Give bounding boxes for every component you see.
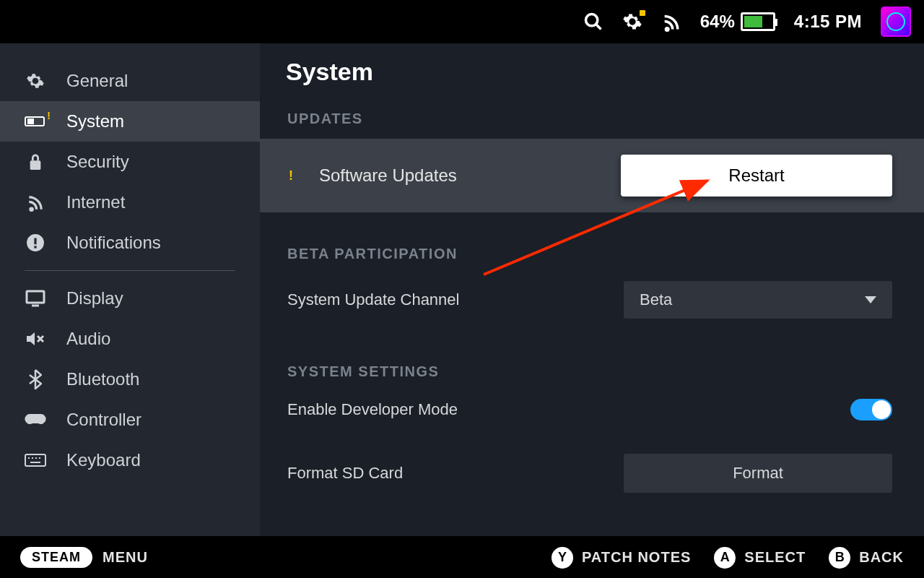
b-button-icon: B — [829, 547, 850, 569]
sidebar-item-bluetooth[interactable]: Bluetooth — [0, 359, 260, 400]
section-heading-updates: UPDATES — [286, 111, 924, 127]
steam-button[interactable]: STEAM — [20, 547, 92, 568]
update-channel-row: System Update Channel Beta — [286, 274, 924, 326]
sidebar-item-security[interactable]: Security — [0, 142, 260, 182]
software-updates-label: Software Updates — [319, 165, 457, 186]
update-channel-dropdown[interactable]: Beta — [624, 281, 892, 319]
avatar[interactable] — [881, 7, 911, 37]
speaker-mute-icon — [25, 330, 46, 348]
wifi-icon — [25, 193, 46, 212]
y-button-hint: Y PATCH NOTES — [552, 547, 691, 569]
battery-percent: 64% — [700, 12, 735, 32]
sidebar-item-label: Notifications — [66, 233, 161, 253]
sidebar-item-internet[interactable]: Internet — [0, 182, 260, 223]
battery-status: 64% — [700, 12, 775, 32]
keyboard-icon — [25, 454, 46, 467]
a-button-icon: A — [714, 547, 736, 569]
svg-rect-8 — [27, 291, 44, 303]
svg-rect-6 — [34, 238, 36, 245]
clock: 4:15 PM — [794, 12, 862, 32]
svg-rect-3 — [28, 119, 33, 124]
sidebar-item-label: System — [66, 111, 124, 131]
format-sd-label: Format SD Card — [287, 464, 403, 483]
gear-icon[interactable] — [622, 12, 642, 32]
format-button[interactable]: Format — [624, 454, 892, 493]
sidebar-item-display[interactable]: Display — [0, 278, 260, 319]
sidebar-item-label: Audio — [66, 329, 110, 349]
sidebar-item-system[interactable]: ! System — [0, 101, 260, 142]
sidebar-item-notifications[interactable]: Notifications — [0, 223, 260, 263]
sidebar-item-label: Security — [66, 152, 129, 172]
software-updates-row: ! Software Updates Restart — [260, 139, 924, 212]
sidebar-item-label: Display — [66, 288, 123, 309]
svg-rect-10 — [25, 454, 45, 466]
page-title: System — [286, 58, 924, 86]
section-heading-beta: BETA PARTICIPATION — [286, 246, 924, 262]
notification-dot-icon — [640, 10, 645, 16]
sidebar-item-controller[interactable]: Controller — [0, 400, 260, 440]
gear-icon — [25, 72, 46, 90]
settings-sidebar: General ! System Security Internet Notif… — [0, 43, 260, 536]
svg-rect-7 — [34, 246, 36, 248]
menu-label: MENU — [103, 549, 148, 566]
sidebar-separator — [25, 270, 235, 271]
svg-point-0 — [585, 14, 597, 26]
bottom-nav-bar: STEAM MENU Y PATCH NOTES A SELECT B BACK — [0, 536, 924, 578]
developer-mode-row: Enable Developer Mode — [286, 392, 924, 428]
wifi-icon[interactable] — [661, 12, 681, 32]
bluetooth-icon — [25, 369, 46, 389]
chevron-down-icon — [865, 296, 876, 303]
lock-icon — [25, 152, 46, 171]
section-heading-system-settings: SYSTEM SETTINGS — [286, 363, 924, 380]
svg-line-1 — [596, 25, 601, 30]
dropdown-value: Beta — [640, 290, 672, 309]
developer-mode-toggle[interactable] — [850, 399, 892, 420]
sidebar-item-label: Keyboard — [66, 450, 141, 470]
sidebar-item-general[interactable]: General — [0, 61, 260, 101]
device-icon: ! — [25, 114, 46, 129]
b-button-hint: B BACK — [829, 547, 904, 569]
svg-rect-4 — [30, 160, 41, 170]
top-status-bar: 64% 4:15 PM — [0, 0, 924, 43]
sidebar-item-label: Bluetooth — [66, 369, 139, 389]
sidebar-item-label: Internet — [66, 192, 125, 212]
sidebar-item-keyboard[interactable]: Keyboard — [0, 440, 260, 480]
y-button-icon: Y — [552, 547, 573, 569]
monitor-icon — [25, 290, 46, 307]
warning-icon: ! — [289, 168, 293, 184]
restart-button[interactable]: Restart — [621, 155, 892, 197]
format-sd-row: Format SD Card Format — [286, 447, 924, 500]
controller-icon — [25, 413, 46, 427]
sidebar-item-label: General — [66, 71, 128, 91]
alert-icon — [25, 233, 46, 252]
developer-mode-label: Enable Developer Mode — [287, 400, 458, 419]
sidebar-item-label: Controller — [66, 410, 141, 430]
battery-icon — [741, 12, 775, 31]
sidebar-item-audio[interactable]: Audio — [0, 319, 260, 359]
main-content: System UPDATES ! Software Updates Restar… — [260, 43, 924, 536]
search-icon[interactable] — [583, 12, 603, 32]
update-channel-label: System Update Channel — [287, 290, 459, 309]
a-button-hint: A SELECT — [714, 547, 806, 569]
